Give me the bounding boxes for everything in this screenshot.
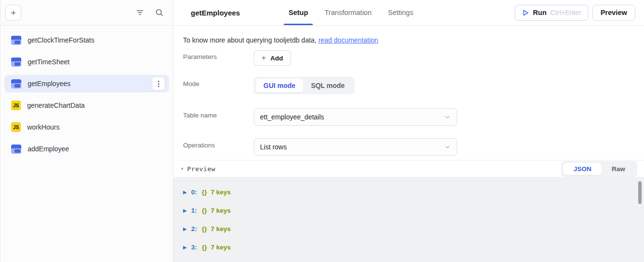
documentation-hint: To know more about querying tooljetdb da… [183, 36, 634, 44]
parameters-label: Parameters [183, 50, 254, 60]
filter-icon[interactable] [133, 6, 147, 19]
header-actions: Run Ctrl+Enter Preview [515, 5, 635, 21]
database-query-icon [11, 145, 21, 154]
query-panel: + getClockTimeForStats getTimeSheet getE… [0, 0, 644, 262]
query-item-label: getEmployees [28, 80, 71, 87]
query-item-workHours[interactable]: JS workHours [4, 118, 169, 136]
table-name-value: ett_employee_details [260, 113, 324, 121]
expand-arrow-icon[interactable]: ▶ [183, 226, 187, 232]
json-toggle-option[interactable]: JSON [563, 163, 601, 175]
expand-arrow-icon[interactable]: ▶ [183, 245, 187, 250]
preview-button[interactable]: Preview [592, 5, 635, 21]
tab-settings[interactable]: Settings [387, 0, 414, 25]
query-item-getTimeSheet[interactable]: getTimeSheet [4, 53, 169, 71]
table-name-label: Table name [183, 108, 254, 119]
search-icon[interactable] [153, 6, 166, 19]
expand-arrow-icon[interactable]: ▶ [183, 189, 187, 195]
json-braces: {} [202, 244, 207, 251]
tab-setup[interactable]: Setup [288, 0, 309, 25]
query-sidebar: + getClockTimeForStats getTimeSheet getE… [0, 0, 173, 262]
editor-tabs: Setup Transformation Settings [288, 0, 414, 25]
collapse-caret-icon[interactable]: ▾ [181, 166, 184, 171]
run-button[interactable]: Run Ctrl+Enter [515, 5, 589, 21]
json-keys-count: 7 keys [211, 207, 230, 214]
play-icon [522, 9, 529, 16]
query-item-label: addEmployee [28, 145, 69, 153]
raw-toggle-option[interactable]: Raw [601, 163, 635, 175]
json-braces: {} [202, 189, 207, 196]
scrollbar-thumb[interactable] [638, 181, 642, 204]
documentation-link[interactable]: read documentation [318, 36, 378, 44]
setup-panel: To know more about querying tooljetdb da… [173, 26, 644, 156]
query-list: getClockTimeForStats getTimeSheet getEmp… [0, 26, 173, 168]
query-item-label: getTimeSheet [28, 58, 70, 66]
query-item-addEmployee[interactable]: addEmployee [4, 140, 169, 158]
json-row-0[interactable]: ▶ 0: {} 7 keys [183, 189, 644, 196]
json-keys-count: 7 keys [211, 189, 230, 196]
preview-section-title[interactable]: Preview [187, 165, 215, 173]
mode-row: Mode GUI mode SQL mode [183, 77, 634, 94]
preview-format-toggle: JSON Raw [561, 161, 637, 177]
mode-toggle: GUI mode SQL mode [254, 77, 354, 94]
json-index: 2: [191, 225, 197, 233]
table-name-row: Table name ett_employee_details [183, 108, 634, 126]
json-row-1[interactable]: ▶ 1: {} 7 keys [183, 207, 644, 214]
gui-mode-option[interactable]: GUI mode [256, 79, 303, 92]
json-braces: {} [202, 225, 207, 233]
plus-icon: + [261, 54, 266, 62]
query-item-menu-icon[interactable] [152, 77, 165, 90]
query-item-getEmployees[interactable]: getEmployees [4, 75, 169, 92]
database-query-icon [11, 79, 21, 88]
preview-results: ▶ 0: {} 7 keys ▶ 1: {} 7 keys ▶ 2: {} 7 … [173, 177, 644, 262]
operations-value: List rows [260, 143, 287, 151]
json-index: 3: [191, 244, 197, 251]
add-query-button[interactable]: + [5, 5, 21, 21]
chevron-down-icon [444, 114, 451, 120]
json-keys-count: 7 keys [211, 225, 230, 233]
json-braces: {} [202, 207, 207, 214]
query-item-generateChartData[interactable]: JS generateChartData [4, 97, 169, 114]
preview-section-header: ▾ Preview JSON Raw [173, 160, 644, 177]
mode-label: Mode [183, 77, 254, 87]
operations-select[interactable]: List rows [254, 138, 457, 156]
chevron-down-icon [444, 144, 451, 150]
tab-transformation[interactable]: Transformation [323, 0, 372, 25]
run-button-label: Run [533, 9, 547, 16]
database-query-icon [11, 58, 21, 67]
table-name-select[interactable]: ett_employee_details [254, 108, 457, 126]
parameters-row: Parameters + Add [183, 50, 634, 66]
query-item-label: getClockTimeForStats [28, 36, 94, 44]
run-shortcut-hint: Ctrl+Enter [551, 9, 581, 16]
sql-mode-option[interactable]: SQL mode [303, 79, 353, 92]
sidebar-header: + [0, 0, 173, 26]
add-parameter-button[interactable]: + Add [254, 50, 291, 66]
operations-label: Operations [183, 138, 254, 149]
documentation-text: To know more about querying tooljetdb da… [183, 36, 317, 44]
query-editor: getEmployees Setup Transformation Settin… [173, 0, 644, 262]
json-row-2[interactable]: ▶ 2: {} 7 keys [183, 225, 644, 233]
query-item-getClockTimeForStats[interactable]: getClockTimeForStats [4, 31, 169, 49]
javascript-query-icon: JS [11, 122, 21, 132]
add-parameter-label: Add [270, 55, 283, 62]
query-item-label: generateChartData [27, 102, 85, 109]
json-index: 1: [191, 207, 197, 214]
operations-row: Operations List rows [183, 138, 634, 156]
database-query-icon [11, 36, 21, 45]
query-name: getEmployees [191, 9, 288, 17]
json-keys-count: 7 keys [211, 244, 230, 251]
json-index: 0: [191, 189, 197, 196]
json-row-3[interactable]: ▶ 3: {} 7 keys [183, 244, 644, 251]
expand-arrow-icon[interactable]: ▶ [183, 208, 187, 213]
query-editor-header: getEmployees Setup Transformation Settin… [173, 0, 644, 26]
javascript-query-icon: JS [11, 101, 21, 110]
query-item-label: workHours [27, 123, 60, 131]
